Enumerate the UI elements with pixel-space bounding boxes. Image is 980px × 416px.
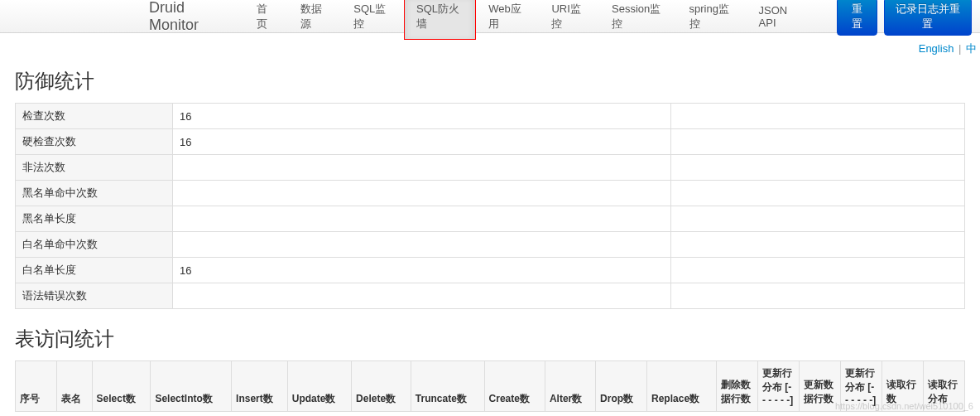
log-reset-button[interactable]: 记录日志并重置	[884, 0, 972, 36]
col-delete-count[interactable]: Delete数	[352, 361, 411, 412]
lang-separator: |	[957, 42, 963, 55]
stat-value	[173, 206, 671, 232]
nav-spring-monitor[interactable]: spring监控	[677, 0, 747, 40]
stat-extra	[671, 155, 965, 181]
nav-sql-monitor[interactable]: SQL监控	[341, 0, 404, 40]
col-update-count[interactable]: Update数	[287, 361, 351, 412]
stat-value	[173, 181, 671, 206]
stat-value: 16	[173, 129, 671, 155]
table-row: 检查次数 16	[16, 104, 965, 129]
table-row: 黑名单命中次数	[16, 181, 965, 206]
stat-label: 白名单长度	[16, 258, 173, 283]
col-update-row-dist-1[interactable]: 更新行分布 [- - - - - -]	[758, 361, 800, 412]
top-navbar: Druid Monitor 首页 数据源 SQL监控 SQL防火墙 Web应用 …	[0, 0, 980, 33]
nav-datasource[interactable]: 数据源	[288, 0, 341, 40]
table-row: 硬检查次数 16	[16, 129, 965, 155]
nav-home[interactable]: 首页	[244, 0, 288, 40]
col-truncate-count[interactable]: Truncate数	[411, 361, 484, 412]
col-update-data-rows[interactable]: 更新数据行数	[800, 361, 841, 412]
stat-value: 16	[173, 258, 671, 283]
col-selectinto-count[interactable]: SelectInto数	[151, 361, 232, 412]
stat-extra	[671, 181, 965, 206]
table-row: 白名单命中次数	[16, 232, 965, 258]
stat-label: 语法错误次数	[16, 283, 173, 309]
reset-button[interactable]: 重置	[837, 0, 877, 36]
stat-extra	[671, 129, 965, 155]
table-access-title: 表访问统计	[15, 326, 965, 352]
col-delete-data-rows[interactable]: 删除数据行数	[717, 361, 758, 412]
table-row: 非法次数	[16, 155, 965, 181]
nav-session-monitor[interactable]: Session监控	[599, 0, 677, 40]
stat-label: 黑名单长度	[16, 206, 173, 232]
nav-sql-firewall[interactable]: SQL防火墙	[404, 0, 476, 40]
defense-stats-table: 检查次数 16 硬检查次数 16 非法次数 黑名单命中次数 黑名单长度	[15, 103, 965, 309]
col-create-count[interactable]: Create数	[484, 361, 545, 412]
nav-uri-monitor[interactable]: URI监控	[539, 0, 599, 40]
stat-extra	[671, 206, 965, 232]
stat-label: 非法次数	[16, 155, 173, 181]
stat-value	[173, 232, 671, 258]
stat-value	[173, 283, 671, 309]
table-access-stats-table: 序号 表名 Select数 SelectInto数 Insert数 Update…	[15, 360, 965, 412]
nav-json-api[interactable]: JSON API	[747, 0, 814, 37]
col-read-row-dist[interactable]: 读取行分布	[924, 361, 965, 412]
lang-chinese-link[interactable]: 中	[966, 42, 977, 55]
table-header-row: 序号 表名 Select数 SelectInto数 Insert数 Update…	[16, 361, 965, 412]
stat-label: 黑名单命中次数	[16, 181, 173, 206]
col-alter-count[interactable]: Alter数	[545, 361, 595, 412]
table-row: 黑名单长度	[16, 206, 965, 232]
col-replace-count[interactable]: Replace数	[647, 361, 717, 412]
brand-title: Druid Monitor	[149, 0, 244, 34]
lang-english-link[interactable]: English	[919, 42, 954, 55]
col-read-rows[interactable]: 读取行数	[882, 361, 924, 412]
col-table-name[interactable]: 表名	[57, 361, 93, 412]
col-index[interactable]: 序号	[16, 361, 57, 412]
col-select-count[interactable]: Select数	[92, 361, 151, 412]
defense-stats-title: 防御统计	[15, 68, 965, 94]
table-row: 白名单长度 16	[16, 258, 965, 283]
stat-extra	[671, 104, 965, 129]
stat-extra	[671, 232, 965, 258]
col-update-row-dist-2[interactable]: 更新行分布 [- - - - - -]	[841, 361, 882, 412]
stat-label: 检查次数	[16, 104, 173, 129]
stat-value: 16	[173, 104, 671, 129]
stat-label: 白名单命中次数	[16, 232, 173, 258]
nav-web-app[interactable]: Web应用	[476, 0, 539, 40]
stat-label: 硬检查次数	[16, 129, 173, 155]
stat-extra	[671, 258, 965, 283]
table-row: 语法错误次数	[16, 283, 965, 309]
stat-value	[173, 155, 671, 181]
stat-extra	[671, 283, 965, 309]
col-drop-count[interactable]: Drop数	[596, 361, 647, 412]
col-insert-count[interactable]: Insert数	[232, 361, 288, 412]
